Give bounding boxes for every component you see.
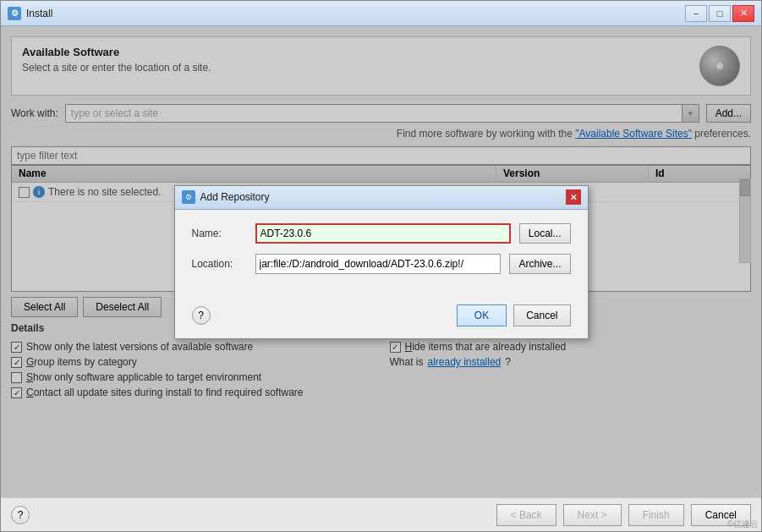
add-repository-dialog: ⚙ Add Repository ✕ Name: Local... <box>174 185 589 339</box>
window-controls: − □ ✕ <box>685 5 754 22</box>
window-title: Install <box>26 8 685 19</box>
main-window: ⚙ Install − □ ✕ Available Software Selec… <box>0 0 762 532</box>
modal-location-row: Location: Archive... <box>192 254 571 274</box>
modal-name-label: Name: <box>192 228 247 239</box>
modal-name-row: Name: Local... <box>192 223 571 244</box>
title-bar: ⚙ Install − □ ✕ <box>1 1 761 26</box>
modal-content: Name: Local... Location: Archive... <box>175 210 588 298</box>
watermark: ©亿速云 <box>727 518 759 530</box>
finish-button[interactable]: Finish <box>628 504 684 526</box>
back-button[interactable]: < Back <box>496 504 556 526</box>
modal-title-bar: ⚙ Add Repository ✕ <box>175 186 588 210</box>
bottom-bar: ? < Back Next > Finish Cancel <box>1 497 761 531</box>
modal-close-button[interactable]: ✕ <box>566 189 581 205</box>
modal-ok-button[interactable]: OK <box>457 304 507 326</box>
modal-overlay: ⚙ Add Repository ✕ Name: Local... <box>1 26 761 497</box>
modal-name-input-wrapper <box>255 223 511 244</box>
modal-cancel-button[interactable]: Cancel <box>513 304 570 326</box>
modal-location-input[interactable] <box>255 254 502 274</box>
modal-icon: ⚙ <box>182 190 195 204</box>
archive-button[interactable]: Archive... <box>509 254 570 274</box>
modal-location-label: Location: <box>192 258 247 270</box>
help-button[interactable]: ? <box>11 506 30 524</box>
close-button[interactable]: ✕ <box>732 5 754 22</box>
next-button[interactable]: Next > <box>563 504 622 526</box>
modal-title: Add Repository <box>200 191 566 203</box>
local-button[interactable]: Local... <box>519 223 571 244</box>
minimize-button[interactable]: − <box>685 5 707 22</box>
modal-help-button[interactable]: ? <box>192 306 211 325</box>
maximize-button[interactable]: □ <box>709 5 731 22</box>
window-icon: ⚙ <box>8 7 21 20</box>
modal-footer: ? OK Cancel <box>175 298 588 338</box>
content-area: Available Software Select a site or ente… <box>1 26 761 497</box>
modal-name-input[interactable] <box>260 228 506 239</box>
